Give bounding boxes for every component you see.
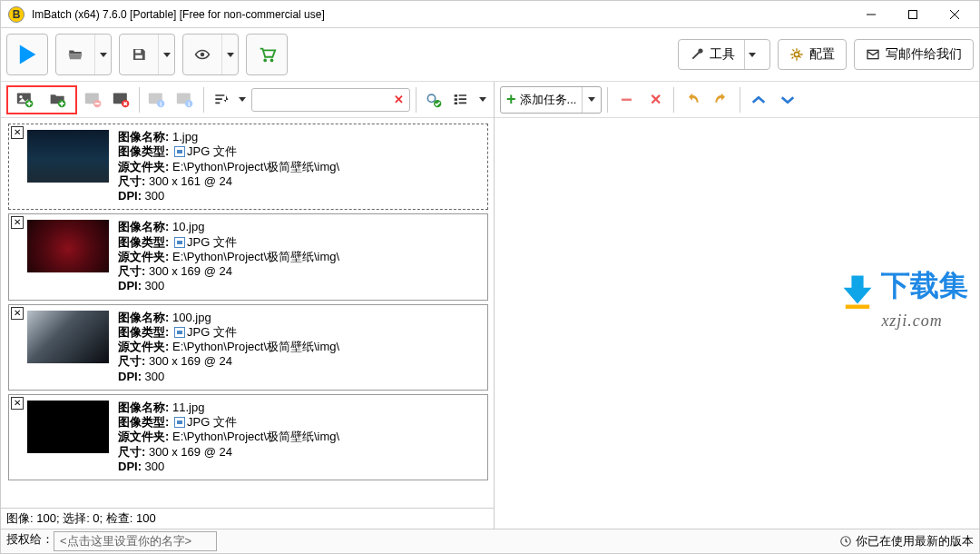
close-task-button[interactable]: ✕ [642,88,668,112]
svg-rect-0 [909,10,917,18]
app-icon: B [8,6,24,23]
window-title: ImBatch (x64) 7.6.0 [Portable] [Free for… [32,8,850,21]
open-button[interactable] [55,34,112,75]
version-status: 你已在使用最新的版本 [856,533,974,549]
license-field[interactable]: <点击这里设置你的名字> [54,531,217,551]
left-toolbar: i i ✕ [1,82,494,118]
list-item[interactable]: 图像名称: 1.jpg图像类型: JPG 文件源文件夹: E:\Python\P… [8,124,488,210]
item-checkbox[interactable] [11,126,24,139]
svg-rect-2 [135,55,142,59]
sort-dropdown[interactable] [238,87,248,113]
maximize-button[interactable] [892,1,934,28]
add-task-dropdown[interactable] [582,87,601,113]
license-label: 授权给： [6,531,54,551]
titlebar: B ImBatch (x64) 7.6.0 [Portable] [Free f… [1,1,979,28]
image-plus-icon [16,92,34,108]
right-panel: + 添加任务... − ✕ 下载集 xzji.com [495,82,979,529]
redo-icon [713,93,730,107]
image-list[interactable]: 图像名称: 1.jpg图像类型: JPG 文件源文件夹: E:\Python\P… [1,118,494,508]
sort-icon [212,92,230,108]
item-meta: 图像名称: 1.jpg图像类型: JPG 文件源文件夹: E:\Python\P… [118,130,482,203]
save-dropdown[interactable] [158,35,174,74]
download-icon [838,272,877,312]
item-checkbox[interactable] [11,307,24,320]
chevron-up-icon [750,94,767,106]
minimize-button[interactable] [850,1,892,28]
preview-button[interactable] [182,34,239,75]
svg-point-6 [794,52,799,56]
undo-icon [684,93,701,107]
thumbnail [27,220,109,272]
watermark-en: xzji.com [838,312,968,331]
sort-button[interactable] [210,87,234,113]
list-mode-dropdown[interactable] [478,87,488,113]
file-icon [174,146,185,157]
file-icon [174,417,185,428]
item-checkbox[interactable] [11,397,24,410]
open-dropdown[interactable] [94,35,111,74]
list-mode-button[interactable] [450,87,475,113]
list-item[interactable]: 图像名称: 100.jpg图像类型: JPG 文件源文件夹: E:\Python… [8,304,488,391]
svg-text:i: i [189,100,191,106]
filter-input[interactable]: ✕ [251,88,410,112]
rotate-cw-button[interactable]: i [173,87,198,113]
watermark: 下载集 xzji.com [838,266,968,331]
rotate-ccw-button[interactable]: i [145,87,170,113]
remove-task-button[interactable]: − [613,88,639,112]
image-x-icon [113,92,131,108]
wrench-icon [690,47,704,62]
thumbnail [27,401,109,453]
close-button[interactable] [934,1,975,28]
add-folder-button[interactable] [43,87,74,113]
svg-rect-1 [135,50,141,54]
x-icon: ✕ [650,91,662,108]
gear-check-icon [425,92,443,108]
file-icon [174,237,185,248]
move-down-button[interactable] [775,88,800,112]
add-task-label: 添加任务... [520,92,577,108]
gear-icon [789,47,804,62]
add-file-button[interactable] [10,87,41,113]
redo-button[interactable] [709,88,734,112]
store-button[interactable] [246,34,288,75]
item-checkbox[interactable] [11,216,24,229]
clear-filter-icon[interactable]: ✕ [392,93,406,106]
image-info2-icon: i [176,92,194,108]
run-button[interactable] [6,34,48,75]
folder-open-icon [66,46,84,63]
chevron-down-icon [779,94,796,106]
remove-button[interactable] [81,87,105,113]
item-meta: 图像名称: 100.jpg图像类型: JPG 文件源文件夹: E:\Python… [118,311,482,384]
left-panel: i i ✕ 图像名称: 1.jpg图像类型: JPG 文件源文件夹 [1,82,495,529]
tools-button[interactable]: 工具 [678,39,770,70]
tools-label: 工具 [710,46,735,63]
svg-rect-27 [846,305,869,309]
content: i i ✕ 图像名称: 1.jpg图像类型: JPG 文件源文件夹 [1,82,979,529]
right-toolbar: + 添加任务... − ✕ [495,82,979,118]
move-up-button[interactable] [746,88,771,112]
remove-all-button[interactable] [109,87,133,113]
item-meta: 图像名称: 10.jpg图像类型: JPG 文件源文件夹: E:\Python\… [118,220,482,293]
svg-point-3 [201,53,205,57]
add-task-button[interactable]: + 添加任务... [500,86,602,114]
thumbnail [27,130,109,183]
preview-dropdown[interactable] [221,35,238,74]
email-button[interactable]: 写邮件给我们 [854,39,974,70]
cart-icon [255,45,279,64]
main-toolbar: 工具 配置 写邮件给我们 [1,28,979,82]
folder-plus-icon [49,92,67,108]
settings-button[interactable]: 配置 [778,39,847,70]
list-item[interactable]: 图像名称: 11.jpg图像类型: JPG 文件源文件夹: E:\Python\… [8,394,488,480]
minus-icon: − [621,88,632,112]
options-button[interactable] [422,87,446,113]
svg-rect-25 [455,98,457,101]
watermark-cn: 下载集 [881,269,968,302]
save-button[interactable] [119,34,175,75]
tools-dropdown[interactable] [744,40,759,69]
list-item[interactable]: 图像名称: 10.jpg图像类型: JPG 文件源文件夹: E:\Python\… [8,213,488,300]
filter-field[interactable] [256,94,392,106]
svg-text:i: i [161,100,162,106]
play-icon [15,42,40,67]
undo-button[interactable] [680,88,705,112]
task-area: 下载集 xzji.com [495,118,979,529]
